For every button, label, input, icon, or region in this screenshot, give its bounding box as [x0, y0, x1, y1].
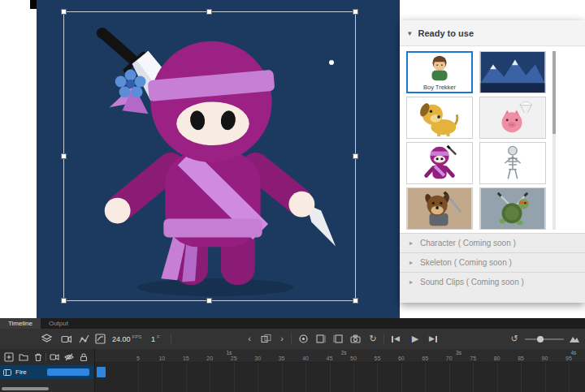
- track-gridline: [473, 363, 474, 392]
- jump-prev-icon[interactable]: ‹: [242, 329, 257, 349]
- panel-scrollbar[interactable]: [552, 51, 556, 230]
- section-skeleton[interactable]: ▸ Skeleton ( Coming soon ): [400, 252, 585, 272]
- replay-icon[interactable]: ↺: [507, 329, 522, 349]
- camera-layer-icon[interactable]: [48, 351, 61, 364]
- timeline-tab-bar: Timeline Output: [0, 318, 585, 329]
- layer-row-fire[interactable]: Fire: [0, 365, 93, 379]
- timeline-toolbar: 24.00 FPS 1 F ‹ ›: [0, 329, 585, 349]
- ready-to-use-header[interactable]: ▾ Ready to use: [400, 20, 585, 46]
- layer-name: Fire: [15, 368, 27, 376]
- asset-label: Boy Trekker: [408, 84, 471, 91]
- selection-handle-e[interactable]: [353, 153, 358, 159]
- asset-thumb-ninja-turtle[interactable]: [479, 187, 546, 230]
- ninja-character[interactable]: [64, 12, 355, 300]
- loop-icon[interactable]: ↻: [366, 329, 380, 349]
- asset-thumb-mountain-scene[interactable]: [479, 51, 546, 93]
- layers-icon[interactable]: [39, 329, 54, 349]
- ruler-frames: 5101520253035404550556065707580859095: [95, 349, 585, 362]
- asset-thumb-purple-ninja[interactable]: [406, 142, 473, 184]
- track-gridline: [377, 363, 378, 392]
- onion-prev-icon[interactable]: [314, 329, 328, 349]
- zoom-slider-knob[interactable]: [537, 336, 544, 342]
- ruler-frame-label: 80: [494, 355, 500, 361]
- step-back-button[interactable]: ◀: [388, 329, 403, 349]
- section-character[interactable]: ▸ Character ( Coming soon ): [400, 233, 585, 252]
- ruler-frame-label: 30: [254, 355, 261, 361]
- zoom-slider[interactable]: [525, 338, 564, 340]
- zoom-fit-icon[interactable]: [567, 329, 582, 349]
- ruler-frame-label: 15: [183, 355, 189, 361]
- selection-bounds[interactable]: [63, 11, 356, 301]
- asset-thumb-dog-warrior[interactable]: [406, 187, 473, 230]
- track-gridline: [497, 363, 498, 392]
- selection-handle-sw[interactable]: [61, 298, 67, 304]
- stage-canvas[interactable]: [37, 0, 400, 318]
- ruler-frame-label: 55: [374, 355, 380, 361]
- selection-handle-se[interactable]: [353, 298, 358, 304]
- section-label: Character ( Coming soon ): [420, 239, 516, 248]
- selection-handle-ne[interactable]: [353, 9, 358, 15]
- ruler-frame-label: 65: [422, 355, 428, 361]
- track-gridline: [330, 363, 331, 392]
- track-gridline: [138, 363, 139, 392]
- section-sound-clips[interactable]: ▸ Sound Clips ( Coming soon ): [400, 272, 585, 291]
- ruler-frame-label: 5: [136, 355, 140, 361]
- timeline-track[interactable]: [95, 363, 585, 392]
- graph-editor-icon[interactable]: [93, 329, 107, 349]
- ruler-frame-label: 75: [470, 355, 476, 361]
- step-forward-button[interactable]: ▶: [426, 329, 440, 349]
- frame-unit: F: [157, 334, 160, 339]
- ruler-frame-label: 35: [279, 355, 285, 361]
- onion-skin-icon[interactable]: [258, 329, 273, 349]
- fire-clip[interactable]: [97, 367, 106, 377]
- ruler-frame-label: 85: [518, 355, 524, 361]
- asset-thumb-yellow-dog[interactable]: [406, 97, 473, 139]
- ruler-frame-label: 50: [350, 355, 357, 361]
- snapshot-camera-icon[interactable]: [348, 329, 362, 349]
- onion-next-icon[interactable]: [330, 329, 344, 349]
- current-frame-display[interactable]: 1 F: [151, 329, 160, 349]
- add-layer-icon[interactable]: [2, 351, 15, 364]
- selection-handle-s[interactable]: [206, 298, 212, 304]
- timeline-ruler[interactable]: 1s2s3s4s 5101520253035404550556065707580…: [95, 349, 585, 363]
- horizontal-scrollbar-thumb[interactable]: [2, 387, 49, 390]
- video-camera-icon[interactable]: [58, 329, 73, 349]
- selection-handle-w[interactable]: [61, 153, 67, 159]
- frame-value: 1: [151, 335, 155, 343]
- hide-layer-icon[interactable]: [63, 351, 76, 364]
- toolbar-separator: [291, 334, 292, 344]
- asset-thumb-boy-trekker[interactable]: Boy Trekker: [406, 51, 473, 93]
- chevron-right-icon: ▸: [410, 239, 413, 247]
- record-icon[interactable]: [296, 329, 310, 349]
- lock-layer-icon[interactable]: [77, 351, 90, 364]
- ruler-frame-label: 60: [398, 355, 405, 361]
- panel-scrollbar-thumb[interactable]: [552, 51, 556, 134]
- ruler-frame-label: 95: [566, 355, 572, 361]
- folder-icon[interactable]: [17, 351, 30, 364]
- motion-path-icon[interactable]: [76, 329, 91, 349]
- track-gridline: [162, 363, 162, 392]
- asset-thumb-pink-pig[interactable]: [479, 97, 546, 139]
- fps-display[interactable]: 24.00 FPS: [112, 329, 141, 349]
- ruler-frame-label: 45: [327, 355, 333, 361]
- tab-timeline[interactable]: Timeline: [0, 318, 41, 329]
- trash-icon[interactable]: [32, 351, 45, 364]
- toolbar-separator: [384, 334, 384, 344]
- track-gridline: [353, 363, 354, 392]
- timeline-panel: Timeline Output: [0, 318, 585, 392]
- asset-thumb-skeleton[interactable]: [479, 142, 546, 184]
- anchor-point-handle[interactable]: [329, 60, 334, 65]
- selection-handle-n[interactable]: [206, 9, 212, 15]
- track-gridline: [210, 363, 210, 392]
- layer-duration-bar[interactable]: [47, 368, 89, 376]
- fps-unit: FPS: [132, 334, 142, 339]
- coming-soon-sections: ▸ Character ( Coming soon ) ▸ Skeleton (…: [400, 233, 585, 303]
- toolbar-separator: [171, 334, 171, 344]
- play-button[interactable]: ▶: [408, 329, 422, 349]
- track-gridline: [234, 363, 235, 392]
- ruler-frame-label: 40: [302, 355, 309, 361]
- selection-handle-nw[interactable]: [61, 9, 67, 15]
- jump-next-icon[interactable]: ›: [275, 329, 289, 349]
- chevron-right-icon: ▸: [410, 278, 413, 286]
- tab-output[interactable]: Output: [41, 318, 76, 329]
